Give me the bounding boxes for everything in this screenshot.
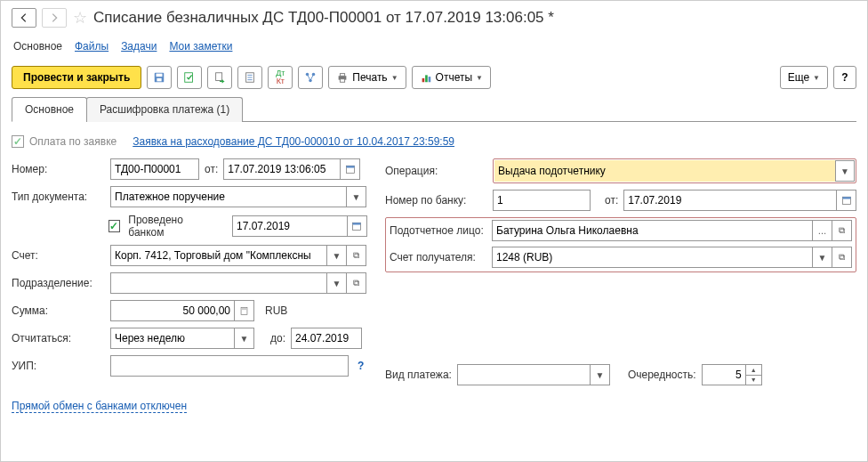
print-button[interactable]: Печать ▼ [328,66,406,89]
based-on-button[interactable] [207,66,232,89]
bank-number-label: Номер по банку: [385,194,487,207]
payment-type-label: Вид платежа: [385,369,452,381]
operation-input[interactable] [494,160,835,182]
toolbar: Провести и закрыть ДтКт Печать ▼ Отчеты … [12,66,856,89]
priority-spinner[interactable]: ▲▼ [746,364,762,385]
recipient-account-label: Счет получателя: [390,251,486,263]
dropdown-icon[interactable]: ▼ [835,160,855,182]
ellipsis-icon[interactable]: … [813,220,832,241]
bank-number-input[interactable] [493,190,591,211]
account-input[interactable] [110,245,327,266]
doctype-label: Тип документа: [12,190,105,203]
svg-rect-16 [425,75,428,82]
division-label: Подразделение: [12,277,105,289]
uip-help-icon[interactable]: ? [358,360,364,372]
bank-processed-label: Проведено банком [128,214,220,239]
svg-rect-4 [216,73,222,81]
operation-label: Операция: [385,165,487,177]
svg-rect-14 [341,79,345,83]
calculator-icon[interactable] [235,300,254,321]
number-input[interactable] [110,158,199,180]
svg-rect-25 [842,197,850,199]
account-label: Счет: [12,249,105,262]
calendar-icon[interactable] [348,215,367,237]
chevron-down-icon: ▼ [391,74,398,82]
report-to-label: до: [270,332,285,344]
open-icon[interactable]: ⧉ [347,245,366,266]
svg-rect-23 [242,308,247,310]
bank-exchange-link[interactable]: Прямой обмен с банками отключен [12,400,187,413]
payment-request-checkbox[interactable] [12,135,24,148]
tab-main[interactable]: Основное [12,97,87,122]
svg-rect-19 [346,166,354,167]
payment-type-input[interactable] [457,364,591,385]
document-button[interactable] [237,66,262,89]
bank-from-label: от: [605,194,618,207]
dropdown-icon[interactable]: ▼ [327,245,347,266]
person-label: Подотчетное лицо: [390,224,486,237]
calendar-icon[interactable] [341,158,360,180]
bank-date-input[interactable] [232,215,348,237]
currency-label: RUB [265,304,287,317]
svg-rect-3 [185,73,193,83]
chevron-down-icon: ▼ [813,74,820,82]
dtkt-button[interactable]: ДтКт [268,66,293,89]
doctype-input[interactable] [110,186,347,207]
open-icon[interactable]: ⧉ [832,220,852,241]
svg-rect-2 [157,78,162,82]
dropdown-icon[interactable]: ▼ [235,328,254,349]
nav-tab-files[interactable]: Файлы [75,40,108,53]
open-icon[interactable]: ⧉ [347,272,366,294]
sum-input[interactable] [110,300,235,321]
uip-label: УИП: [12,360,105,372]
recipient-account-input[interactable] [492,247,813,268]
content-tabs: Основное Расшифровка платежа (1) [12,96,856,122]
svg-rect-15 [422,78,424,82]
svg-rect-21 [353,223,361,224]
payment-request-label: Оплата по заявке [29,135,117,148]
open-icon[interactable]: ⧉ [832,247,852,268]
svg-rect-13 [341,74,345,77]
nav-tab-tasks[interactable]: Задачи [121,40,157,53]
back-button[interactable] [12,8,36,28]
number-date-input[interactable] [223,158,341,180]
dropdown-icon[interactable]: ▼ [591,364,610,385]
number-label: Номер: [12,163,105,175]
from-label: от: [205,163,218,175]
forward-button[interactable] [42,8,67,28]
chevron-down-icon: ▼ [476,74,483,82]
favorite-star-icon[interactable]: ☆ [72,10,88,26]
priority-input[interactable] [702,364,746,385]
tab-details[interactable]: Расшифровка платежа (1) [86,97,243,122]
payment-request-link[interactable]: Заявка на расходование ДС ТД00-000010 от… [133,135,454,148]
nav-tab-notes[interactable]: Мои заметки [169,40,232,53]
post-and-close-button[interactable]: Провести и закрыть [12,66,141,89]
svg-rect-1 [157,74,163,77]
person-input[interactable] [492,220,813,241]
bank-from-input[interactable] [623,190,837,211]
dropdown-icon[interactable]: ▼ [327,272,347,294]
division-input[interactable] [110,272,327,294]
report-label: Отчитаться: [12,332,105,344]
nav-tabs: Основное Файлы Задачи Мои заметки [12,36,856,57]
report-to-input[interactable] [291,328,362,349]
more-button[interactable]: Еще ▼ [780,66,828,89]
save-button[interactable] [147,66,172,89]
dropdown-icon[interactable]: ▼ [347,186,366,207]
help-button[interactable]: ? [833,66,856,89]
report-input[interactable] [110,328,235,349]
bank-processed-checkbox[interactable] [108,220,121,232]
svg-rect-17 [428,77,430,82]
related-button[interactable] [298,66,323,89]
calendar-icon[interactable] [837,190,856,211]
dropdown-icon[interactable]: ▼ [813,247,832,268]
uip-input[interactable] [110,355,349,377]
nav-tab-main[interactable]: Основное [13,40,62,53]
priority-label: Очередность: [628,369,696,381]
reports-button[interactable]: Отчеты ▼ [412,66,491,89]
post-button[interactable] [177,66,202,89]
page-title: Списание безналичных ДС ТД00-П00001 от 1… [93,9,554,27]
sum-label: Сумма: [12,304,105,317]
